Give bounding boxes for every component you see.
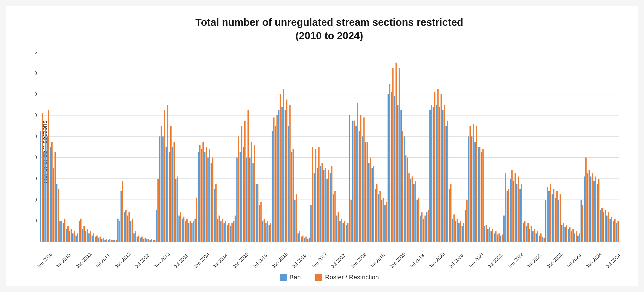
svg-rect-133 — [223, 223, 224, 242]
svg-rect-62 — [109, 239, 110, 242]
svg-rect-256 — [421, 212, 422, 242]
svg-rect-202 — [334, 191, 336, 242]
svg-rect-254 — [418, 198, 419, 242]
svg-rect-230 — [379, 191, 380, 242]
legend-ban-box — [280, 274, 286, 281]
svg-rect-204 — [338, 212, 339, 242]
chart-area: No. of stream sections 20406080100120140… — [35, 52, 624, 252]
svg-rect-332 — [543, 238, 544, 242]
svg-rect-367 — [600, 210, 601, 242]
svg-rect-377 — [616, 223, 617, 242]
svg-rect-41 — [76, 236, 77, 242]
svg-rect-225 — [371, 168, 372, 242]
svg-rect-347 — [568, 229, 569, 242]
svg-rect-181 — [300, 237, 302, 242]
svg-rect-357 — [584, 177, 585, 242]
svg-rect-32 — [61, 221, 62, 242]
svg-rect-359 — [587, 174, 588, 242]
svg-rect-209 — [346, 225, 347, 242]
svg-rect-105 — [178, 216, 180, 242]
svg-rect-141 — [236, 158, 238, 242]
svg-rect-333 — [545, 200, 546, 242]
svg-rect-25 — [50, 147, 51, 242]
svg-rect-79 — [136, 237, 138, 242]
svg-rect-351 — [574, 234, 575, 242]
svg-rect-117 — [198, 152, 199, 242]
svg-rect-144 — [241, 126, 242, 242]
svg-rect-271 — [445, 126, 446, 242]
svg-rect-35 — [66, 229, 67, 242]
svg-rect-247 — [407, 158, 408, 242]
svg-rect-40 — [74, 232, 75, 242]
svg-rect-151 — [252, 163, 254, 242]
svg-rect-22 — [45, 128, 46, 242]
svg-rect-55 — [98, 238, 99, 242]
svg-text:120: 120 — [35, 112, 37, 118]
svg-rect-171 — [284, 110, 286, 242]
svg-rect-130 — [218, 216, 220, 242]
legend-ban-label: Ban — [290, 274, 301, 281]
svg-rect-315 — [516, 184, 517, 242]
svg-rect-27 — [53, 168, 54, 242]
svg-rect-96 — [164, 110, 165, 242]
svg-rect-322 — [527, 223, 528, 242]
svg-rect-158 — [264, 219, 265, 242]
svg-rect-206 — [340, 219, 342, 242]
svg-rect-81 — [140, 238, 141, 242]
svg-rect-221 — [365, 142, 366, 242]
svg-rect-241 — [397, 105, 398, 242]
svg-rect-291 — [478, 147, 479, 242]
svg-rect-282 — [463, 223, 464, 242]
x-axis-label: Jul 2022 — [526, 252, 543, 270]
svg-rect-249 — [410, 178, 411, 242]
svg-rect-297 — [487, 229, 488, 242]
svg-rect-341 — [558, 200, 559, 242]
svg-rect-216 — [357, 103, 358, 242]
svg-rect-208 — [344, 221, 345, 242]
svg-rect-187 — [310, 205, 312, 242]
svg-rect-109 — [185, 221, 186, 242]
svg-rect-263 — [432, 107, 434, 242]
svg-rect-154 — [257, 184, 258, 242]
svg-rect-75 — [130, 221, 132, 242]
svg-rect-257 — [423, 219, 424, 242]
svg-rect-349 — [571, 232, 572, 242]
svg-rect-47 — [85, 232, 86, 242]
svg-rect-302 — [495, 232, 496, 242]
svg-rect-224 — [370, 158, 371, 242]
svg-rect-203 — [336, 216, 337, 242]
svg-rect-36 — [67, 226, 68, 242]
svg-rect-364 — [595, 177, 596, 242]
svg-rect-186 — [308, 238, 310, 242]
svg-rect-235 — [387, 94, 388, 242]
svg-rect-71 — [124, 212, 125, 242]
svg-rect-317 — [519, 189, 520, 242]
svg-rect-20 — [42, 114, 43, 242]
svg-rect-207 — [342, 223, 344, 242]
svg-rect-252 — [414, 181, 416, 242]
svg-rect-59 — [104, 240, 106, 242]
svg-rect-244 — [402, 131, 403, 242]
svg-rect-104 — [177, 177, 178, 242]
svg-rect-205 — [339, 221, 340, 242]
svg-rect-326 — [534, 229, 535, 242]
svg-rect-50 — [90, 232, 91, 242]
svg-rect-274 — [450, 184, 451, 242]
svg-rect-215 — [355, 126, 356, 242]
x-axis-label: Jan 2015 — [232, 251, 250, 269]
svg-rect-145 — [242, 147, 244, 242]
svg-rect-227 — [374, 189, 376, 242]
svg-rect-102 — [174, 142, 175, 242]
x-axis-label: Jul 2011 — [94, 252, 111, 270]
svg-rect-194 — [322, 163, 322, 242]
svg-rect-172 — [286, 100, 287, 242]
svg-rect-355 — [580, 200, 582, 242]
svg-rect-42 — [77, 234, 78, 242]
svg-rect-137 — [230, 226, 231, 242]
svg-rect-368 — [601, 208, 602, 242]
svg-text:40: 40 — [35, 196, 37, 203]
svg-rect-327 — [536, 234, 537, 242]
svg-rect-248 — [408, 174, 410, 242]
svg-rect-110 — [186, 219, 188, 242]
svg-rect-49 — [88, 234, 90, 242]
